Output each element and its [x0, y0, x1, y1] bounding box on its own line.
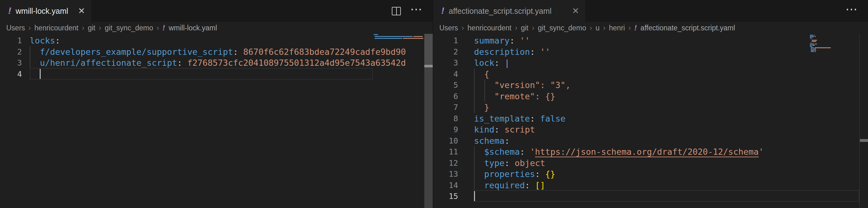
line-number: 1 [433, 35, 458, 46]
code-line-text: summary: '' [474, 35, 530, 46]
breadcrumb-item[interactable]: wmill-lock.yaml [168, 24, 217, 32]
code-line[interactable]: 11 $schema: 'https://json-schema.org/dra… [433, 146, 868, 158]
scrollbar-thumb[interactable] [424, 34, 433, 65]
tab-strip-empty [91, 0, 433, 22]
code-line-text: required: [] [474, 180, 545, 191]
tab-bar-actions-right: ⋯ [845, 0, 858, 22]
vertical-scrollbar[interactable] [424, 34, 433, 208]
chevron-right-icon: › [82, 24, 85, 32]
code-line-text: schema: [474, 135, 510, 147]
breadcrumb-item[interactable]: Users [439, 24, 458, 32]
code-line-text: is_template: false [474, 113, 566, 124]
minimap-row [810, 51, 846, 52]
tab-bar-actions-left: ⋯ [392, 0, 423, 22]
minimap[interactable] [810, 34, 846, 52]
chevron-right-icon: › [462, 24, 464, 32]
split-editor-icon[interactable] [392, 7, 401, 15]
close-tab-icon[interactable]: ✕ [572, 7, 579, 15]
code-lines: 1summary: ''2description: ''3lock: |4 {5… [433, 35, 868, 202]
code-line[interactable]: 8is_template: false [433, 113, 868, 124]
indent-guide [484, 80, 485, 102]
indent-guide [474, 146, 475, 191]
breadcrumb: Users›henricourdent›git›git_sync_demo›u›… [433, 22, 868, 34]
breadcrumb: Users›henricourdent›git›git_sync_demo›!w… [0, 22, 433, 34]
minimap-row [373, 38, 424, 40]
chevron-right-icon: › [532, 24, 534, 32]
code-line-text: locks: [30, 35, 60, 46]
breadcrumb-item[interactable]: git_sync_demo [538, 24, 586, 32]
line-number: 2 [433, 46, 458, 58]
overview-ruler-border [859, 34, 860, 208]
line-number: 15 [433, 191, 458, 202]
breadcrumb-item[interactable]: git_sync_demo [105, 24, 153, 32]
code-line[interactable]: 9kind: script [433, 124, 868, 135]
breadcrumb-item[interactable]: git [88, 24, 95, 32]
tab-wmill-lock[interactable]: ! wmill-lock.yaml ✕ [0, 0, 91, 22]
code-line[interactable]: 3 u/henri/affectionate_script: f2768573c… [0, 57, 433, 69]
yaml-file-icon: ! [634, 24, 637, 32]
code-line[interactable]: 6 "remote": {} [433, 91, 868, 102]
breadcrumb-item[interactable]: affectionate_script.script.yaml [640, 24, 735, 32]
more-actions-icon[interactable]: ⋯ [845, 3, 858, 15]
breadcrumb-item[interactable]: u [596, 24, 600, 32]
code-line[interactable]: 13 properties: {} [433, 168, 868, 180]
code-line[interactable]: 14 required: [] [433, 180, 868, 191]
code-line[interactable]: 12 type: object [433, 158, 868, 169]
code-line-text: } [474, 102, 489, 113]
code-line-text: lock: | [474, 57, 510, 69]
yaml-file-icon: ! [163, 24, 165, 32]
line-number: 12 [433, 158, 458, 169]
code-line-text: "version": "3", [474, 80, 571, 91]
line-number: 11 [433, 146, 458, 158]
tab-affectionate-script[interactable]: ! affectionate_script.script.yaml ✕ [433, 0, 585, 22]
code-line-text: kind: script [474, 124, 535, 135]
chevron-right-icon: › [515, 24, 518, 32]
code-line-text: f/developers_example/supportive_script: … [30, 46, 406, 58]
chevron-right-icon: › [99, 24, 101, 32]
code-editor-right[interactable]: 1summary: ''2description: ''3lock: |4 {5… [433, 34, 868, 208]
code-line[interactable]: 3lock: | [433, 57, 868, 69]
breadcrumb-item[interactable]: henri [609, 24, 625, 32]
code-line-text: type: object [474, 158, 545, 169]
text-cursor [40, 69, 41, 79]
tab-bar-left: ! wmill-lock.yaml ✕ ⋯ [0, 0, 433, 22]
line-number: 10 [433, 135, 458, 147]
code-line-text: u/henri/affectionate_script: f2768573cfc… [30, 57, 406, 69]
breadcrumb-item[interactable]: Users [6, 24, 25, 32]
code-editor-left[interactable]: 1locks:2 f/developers_example/supportive… [0, 34, 433, 208]
line-number: 3 [0, 57, 22, 69]
line-number: 2 [0, 46, 22, 58]
breadcrumb-item[interactable]: git [521, 24, 528, 32]
more-actions-icon[interactable]: ⋯ [410, 3, 423, 15]
editor-group-right: ! affectionate_script.script.yaml ✕ ⋯ Us… [433, 0, 868, 208]
current-line-highlight [474, 190, 859, 202]
code-line[interactable]: 2description: '' [433, 46, 868, 58]
close-tab-icon[interactable]: ✕ [78, 7, 85, 15]
line-number: 1 [0, 35, 22, 46]
yaml-file-icon: ! [8, 6, 11, 15]
breadcrumb-item[interactable]: henricourdent [34, 24, 79, 32]
code-line[interactable]: 7 } [433, 102, 868, 113]
code-line[interactable]: 10schema: [433, 135, 868, 147]
line-number: 8 [433, 113, 458, 124]
breadcrumb-item[interactable]: henricourdent [467, 24, 512, 32]
minimap[interactable] [373, 34, 424, 40]
tab-bar-right: ! affectionate_script.script.yaml ✕ ⋯ [433, 0, 868, 22]
code-line[interactable]: 2 f/developers_example/supportive_script… [0, 46, 433, 58]
scrollbar-marker [424, 65, 433, 67]
line-number: 14 [433, 180, 458, 191]
chevron-right-icon: › [628, 24, 631, 32]
code-line[interactable]: 1summary: '' [433, 35, 868, 46]
code-line-text: $schema: 'https://json-schema.org/draft/… [474, 146, 764, 158]
code-line-text: properties: {} [474, 168, 555, 180]
line-number: 7 [433, 102, 458, 113]
code-line[interactable]: 5 "version": "3", [433, 80, 868, 91]
chevron-right-icon: › [603, 24, 606, 32]
code-line[interactable]: 1locks: [0, 35, 433, 46]
indent-guide [474, 69, 475, 113]
chevron-right-icon: › [590, 24, 592, 32]
tab-label: affectionate_script.script.yaml [449, 6, 552, 16]
code-line-text: { [474, 69, 489, 80]
chevron-right-icon: › [157, 24, 159, 32]
code-line[interactable]: 4 { [433, 69, 868, 80]
